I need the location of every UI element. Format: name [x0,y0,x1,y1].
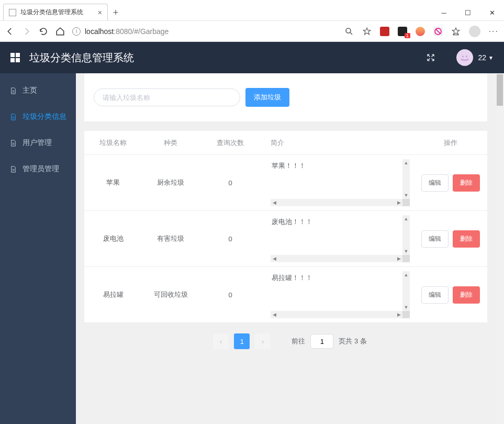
scroll-up-icon[interactable]: ▲ [402,215,410,222]
desc-text: 苹果！！！ [271,159,402,199]
goto-label: 前往 [292,337,305,346]
edit-button[interactable]: 编辑 [421,230,449,248]
desc-text: 废电池！！！ [271,215,402,255]
cell-name: 易拉罐 [84,290,142,299]
minimize-button[interactable]: ─ [432,5,456,20]
back-button[interactable] [5,27,15,36]
sidebar-item-label: 用户管理 [23,138,52,148]
cell-count: 0 [199,179,261,187]
total-label: 页共 3 条 [339,337,366,346]
app-title: 垃圾分类信息管理系统 [29,51,134,65]
cell-type: 有害垃圾 [142,234,199,243]
svg-point-4 [465,55,467,57]
url-port: :8080 [114,27,132,36]
close-window-button[interactable]: ✕ [480,5,504,20]
sidebar-item-users[interactable]: 用户管理 [0,130,76,156]
desc-scroll-horizontal[interactable]: ◀▶ [271,199,402,206]
sidebar-item-home[interactable]: 主页 [0,77,76,104]
scrollbar-thumb[interactable] [497,74,503,106]
sidebar-item-admins[interactable]: 管理员管理 [0,156,76,182]
page-number-button[interactable]: 1 [234,333,250,349]
sidebar-item-garbage[interactable]: 垃圾分类信息 [0,104,76,130]
desc-scroll-vertical[interactable]: ▲▼ [402,215,410,255]
search-icon[interactable] [344,27,354,36]
file-icon [9,113,17,121]
home-button[interactable] [55,27,65,36]
browser-tab[interactable]: 垃圾分类信息管理系统 × [3,4,108,20]
scroll-left-icon[interactable]: ◀ [271,255,278,262]
fullscreen-icon[interactable] [426,53,435,62]
extension-icon-3[interactable] [433,27,443,36]
maximize-button[interactable]: ☐ [456,5,480,20]
goto-page-input[interactable] [310,334,333,349]
scroll-up-icon[interactable]: ▲ [402,271,410,278]
pagination: ‹ 1 › 前往 页共 3 条 [76,323,504,360]
address-bar[interactable]: i localhost:8080/#/Garbage [72,27,337,36]
edit-button[interactable]: 编辑 [421,174,449,192]
delete-button[interactable]: 删除 [453,174,480,192]
next-page-button[interactable]: › [255,333,271,349]
user-avatar[interactable] [456,49,473,66]
scroll-left-icon[interactable]: ◀ [271,199,278,206]
file-icon [9,87,17,95]
desc-scroll-vertical[interactable]: ▲▼ [402,271,410,311]
prev-page-button[interactable]: ‹ [213,333,229,349]
delete-button[interactable]: 删除 [453,230,480,248]
scroll-corner [402,311,410,318]
scroll-right-icon[interactable]: ▶ [395,311,402,318]
forward-button[interactable] [22,27,31,36]
app-body: 主页 垃圾分类信息 用户管理 管理员管理 添加垃圾 垃圾 [0,73,504,424]
scroll-up-icon[interactable]: ▲ [402,159,410,166]
cell-name: 废电池 [84,234,142,243]
more-icon[interactable]: ··· [489,27,499,36]
main-area: 添加垃圾 垃圾名称 种类 查询次数 简介 操作 苹果厨余垃圾0苹果！！！▲▼◀▶… [76,73,504,424]
scroll-left-icon[interactable]: ◀ [271,311,278,318]
cell-ops: 编辑删除 [414,174,487,192]
site-info-icon[interactable]: i [72,27,81,36]
search-input[interactable] [94,88,240,106]
chevron-down-icon[interactable]: ▼ [488,55,494,61]
user-badge: 22 [478,53,487,62]
svg-point-0 [346,28,351,33]
scroll-down-icon[interactable]: ▼ [402,304,410,311]
sidebar-item-label: 垃圾分类信息 [23,112,66,121]
add-button[interactable]: 添加垃圾 [245,88,289,107]
profile-icon[interactable] [469,26,480,37]
cell-desc: 易拉罐！！！▲▼◀▶ [261,267,414,322]
url-path: /#/Garbage [132,27,169,36]
extension-icon-2[interactable] [416,27,425,36]
app-logo-icon [10,53,20,62]
desc-scroll-vertical[interactable]: ▲▼ [402,159,410,199]
desc-scroll-horizontal[interactable]: ◀▶ [271,311,402,318]
cell-count: 0 [199,235,261,243]
desc-text: 易拉罐！！！ [271,271,402,311]
toolbar-card: 添加垃圾 [84,73,487,121]
scrollbar-vertical[interactable] [496,73,504,424]
new-tab-button[interactable]: + [108,7,124,20]
table-row: 废电池有害垃圾0废电池！！！▲▼◀▶编辑删除 [84,211,487,267]
favorites-bar-icon[interactable] [451,27,461,36]
sidebar-item-label: 管理员管理 [23,164,59,174]
tab-title: 垃圾分类信息管理系统 [20,8,83,17]
table-header: 垃圾名称 种类 查询次数 简介 操作 [84,131,487,155]
close-icon[interactable]: × [98,8,102,17]
cell-name: 苹果 [84,178,142,187]
scroll-down-icon[interactable]: ▼ [402,192,410,199]
scroll-right-icon[interactable]: ▶ [395,255,402,262]
scroll-down-icon[interactable]: ▼ [402,248,410,255]
extension-icon[interactable]: 1 [398,27,407,36]
refresh-button[interactable] [39,27,48,36]
window-controls: ─ ☐ ✕ [432,5,504,20]
ublock-icon[interactable] [380,27,389,36]
cell-desc: 苹果！！！▲▼◀▶ [261,155,414,210]
data-table: 垃圾名称 种类 查询次数 简介 操作 苹果厨余垃圾0苹果！！！▲▼◀▶编辑删除废… [84,131,487,323]
desc-scroll-horizontal[interactable]: ◀▶ [271,255,402,262]
cell-ops: 编辑删除 [414,230,487,248]
delete-button[interactable]: 删除 [453,286,480,304]
th-count: 查询次数 [199,138,261,148]
favorite-icon[interactable] [362,27,372,36]
cell-type: 厨余垃圾 [142,178,199,187]
scroll-right-icon[interactable]: ▶ [395,199,402,206]
th-desc: 简介 [261,138,414,148]
edit-button[interactable]: 编辑 [421,286,449,304]
